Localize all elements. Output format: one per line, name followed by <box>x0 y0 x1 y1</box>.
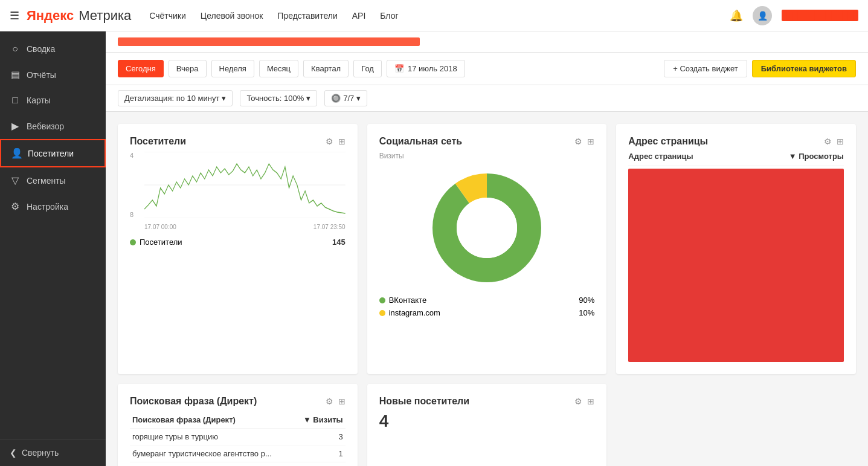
social-grid-icon[interactable]: ⊞ <box>587 137 594 146</box>
address-widget: Адрес страницы ⚙ ⊞ Адрес страницы ▼ Прос… <box>616 124 856 374</box>
visitors-gear-icon[interactable]: ⚙ <box>326 137 333 146</box>
social-widget: Социальная сеть ⚙ ⊞ Визиты <box>367 124 607 374</box>
social-gear-icon[interactable]: ⚙ <box>574 137 582 146</box>
detail-chevron-icon: ▾ <box>222 94 226 103</box>
visitors-grid-icon[interactable]: ⊞ <box>338 137 346 146</box>
address-col2: ▼ Просмотры <box>789 152 844 161</box>
nav-counters[interactable]: Счётчики <box>149 11 186 21</box>
address-col1: Адрес страницы <box>628 152 693 161</box>
sidebar-item-reports[interactable]: ▤ Отчёты <box>0 62 106 88</box>
visitors-legend-item: Посетители <box>130 238 182 247</box>
avatar[interactable]: 👤 <box>753 6 772 25</box>
chart-x-labels: 17.07 00:00 17.07 23:50 <box>144 224 346 230</box>
sidebar-collapse[interactable]: ❮ Свернуть <box>0 439 106 466</box>
y-label-4: 4 <box>130 152 133 159</box>
notification-icon[interactable]: 🔔 <box>730 9 743 22</box>
date-range-picker[interactable]: 📅 17 июль 2018 <box>387 60 465 77</box>
vk-legend-left: ВКонтакте <box>379 296 427 305</box>
date-week[interactable]: Неделя <box>211 60 254 77</box>
sidebar-label-segments: Сегменты <box>27 176 66 186</box>
social-subtitle: Визиты <box>379 152 595 160</box>
segments-chevron-icon: ▾ <box>356 94 361 103</box>
visitors-legend-label: Посетители <box>140 238 182 247</box>
visitors-widget-actions: ⚙ ⊞ <box>326 137 346 146</box>
breadcrumb-redacted <box>118 37 420 46</box>
detail-filter[interactable]: Детализация: по 10 минут ▾ <box>118 90 233 106</box>
date-year[interactable]: Год <box>353 60 382 77</box>
donut-legend: ВКонтакте 90% instagram.com 10% <box>379 296 595 317</box>
nav-api[interactable]: API <box>352 11 366 21</box>
nav-reps[interactable]: Представители <box>277 11 337 21</box>
sidebar-label-maps: Карты <box>27 95 51 105</box>
instagram-dot <box>379 310 385 316</box>
logo-metrika: Метрика <box>79 8 131 24</box>
table-row: бумеранг туристическое агентство р... 1 <box>130 445 346 462</box>
instagram-legend-item: instagram.com 10% <box>379 308 595 317</box>
address-widget-header: Адрес страницы ⚙ ⊞ <box>628 136 844 147</box>
overview-icon: ○ <box>10 44 21 54</box>
new-visitors-grid-icon[interactable]: ⊞ <box>587 396 594 406</box>
hamburger-icon[interactable]: ☰ <box>10 9 19 22</box>
date-yesterday[interactable]: Вчера <box>169 60 207 77</box>
date-quarter[interactable]: Квартал <box>303 60 349 77</box>
line-chart-svg <box>144 152 346 218</box>
sidebar-bottom: ❮ Свернуть <box>0 439 106 466</box>
search-col1-header: Поисковая фраза (Директ) <box>130 412 294 429</box>
segment-icon: 🔘 <box>331 94 341 103</box>
vk-legend-item: ВКонтакте 90% <box>379 296 595 305</box>
sidebar-item-webvisor[interactable]: ▶ Вебвизор <box>0 113 106 139</box>
address-table-header: Адрес страницы ▼ Просмотры <box>628 152 844 166</box>
social-widget-title: Социальная сеть <box>379 136 463 147</box>
instagram-percent: 10% <box>579 308 594 317</box>
sidebar-item-settings[interactable]: ⚙ Настройка <box>0 193 106 219</box>
search-phrase-widget: Поисковая фраза (Директ) ⚙ ⊞ Поисковая ф… <box>118 384 358 466</box>
vk-percent: 90% <box>579 296 594 305</box>
create-widget-button[interactable]: + Создать виджет <box>664 60 747 77</box>
user-email[interactable]: ████████████ <box>782 10 858 21</box>
visitors-icon: 👤 <box>11 147 22 159</box>
visitors-chart: 8 4 17.07 00:00 <box>130 152 346 230</box>
address-gear-icon[interactable]: ⚙ <box>824 137 832 146</box>
accuracy-filter-text: Точность: 100% <box>246 94 304 103</box>
nav-blog[interactable]: Блог <box>380 11 398 21</box>
sidebar-item-maps[interactable]: □ Карты <box>0 88 106 113</box>
visitors-legend-count: 145 <box>332 238 346 247</box>
sidebar-item-segments[interactable]: ▽ Сегменты <box>0 167 106 193</box>
search-col2-header: ▼ Визиты <box>294 412 345 429</box>
date-today[interactable]: Сегодня <box>118 60 164 77</box>
table-row: горящие туры в турцию 3 <box>130 429 346 445</box>
search-gear-icon[interactable]: ⚙ <box>326 396 333 406</box>
segments-filter[interactable]: 🔘 7/7 ▾ <box>324 90 367 106</box>
x-label-start: 17.07 00:00 <box>144 224 176 230</box>
address-widget-actions: ⚙ ⊞ <box>824 137 844 146</box>
content: Сегодня Вчера Неделя Месяц Квартал Год 📅… <box>106 31 868 466</box>
accuracy-filter[interactable]: Точность: 100% ▾ <box>240 90 317 106</box>
library-button[interactable]: Библиотека виджетов <box>752 60 856 77</box>
y-label-8: 8 <box>130 211 133 218</box>
address-red-block <box>628 169 844 362</box>
search-phrase-table: Поисковая фраза (Директ) ▼ Визиты горящи… <box>130 412 346 466</box>
collapse-label: Свернуть <box>22 448 59 458</box>
visitors-widget: Посетители ⚙ ⊞ 8 4 <box>118 124 358 374</box>
date-month[interactable]: Месяц <box>259 60 298 77</box>
sidebar-item-overview[interactable]: ○ Сводка <box>0 36 106 62</box>
visitors-legend: Посетители 145 <box>130 238 346 247</box>
search-grid-icon[interactable]: ⊞ <box>338 396 346 406</box>
nav-calls[interactable]: Целевой звонок <box>201 11 263 21</box>
sidebar: ○ Сводка ▤ Отчёты □ Карты ▶ Вебвизор 👤 П… <box>0 31 106 466</box>
chart-svg-wrap <box>144 152 346 218</box>
phrase-2: бумеранг туристическое агентство р... <box>130 445 294 462</box>
phrase-3: горящие туры по россии рязань <box>130 462 294 467</box>
table-row: горящие туры по россии рязань 1 <box>130 462 346 467</box>
new-visitors-count: 4 <box>379 412 595 431</box>
topnav-right: 🔔 👤 ████████████ <box>730 6 858 25</box>
sidebar-item-visitors[interactable]: 👤 Посетители <box>0 139 106 167</box>
search-widget-header: Поисковая фраза (Директ) ⚙ ⊞ <box>130 396 346 407</box>
reports-icon: ▤ <box>10 69 21 80</box>
sidebar-label-overview: Сводка <box>27 44 55 54</box>
sidebar-label-visitors: Посетители <box>28 149 74 158</box>
new-visitors-gear-icon[interactable]: ⚙ <box>574 396 582 406</box>
new-visitors-widget: Новые посетители ⚙ ⊞ 4 <box>367 384 607 466</box>
donut-svg <box>432 173 541 282</box>
address-grid-icon[interactable]: ⊞ <box>837 137 844 146</box>
